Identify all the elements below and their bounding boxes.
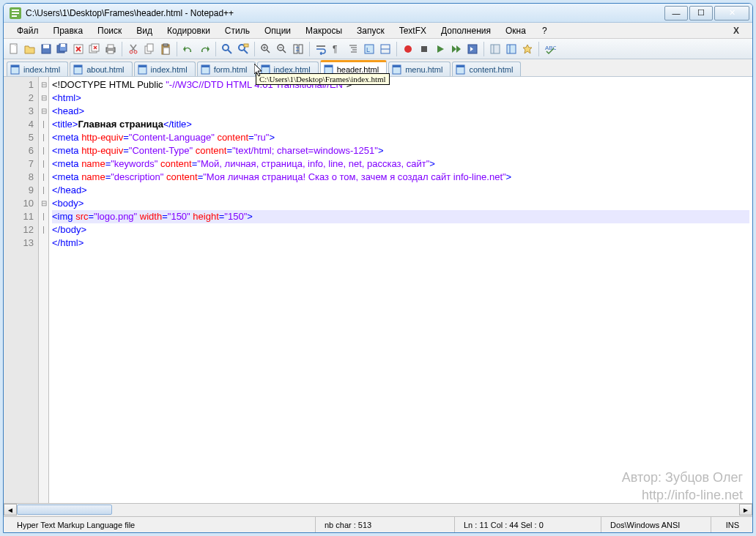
file-tab-label: form.html bbox=[214, 65, 248, 74]
code-line[interactable]: <html> bbox=[52, 92, 749, 105]
file-icon bbox=[10, 64, 21, 75]
menu-help[interactable]: ? bbox=[535, 24, 555, 37]
doc-map-button[interactable] bbox=[378, 42, 393, 56]
file-tab[interactable]: about.html bbox=[70, 62, 132, 76]
menu-options[interactable]: Опции bbox=[257, 24, 298, 37]
window-title: C:\Users\1\Desktop\Frames\header.html - … bbox=[26, 8, 663, 18]
svg-rect-72 bbox=[325, 65, 333, 67]
svg-rect-56 bbox=[491, 45, 500, 53]
minimize-button[interactable]: — bbox=[664, 6, 688, 21]
menu-style[interactable]: Стиль bbox=[218, 24, 257, 37]
code-line[interactable]: </head> bbox=[52, 184, 749, 197]
svg-rect-62 bbox=[11, 65, 19, 67]
file-tab-label: index.html bbox=[23, 65, 60, 74]
copy-button[interactable] bbox=[142, 42, 157, 56]
code-line[interactable]: <head> bbox=[52, 105, 749, 118]
svg-rect-76 bbox=[456, 65, 464, 67]
file-tab-label: index.html bbox=[274, 65, 311, 74]
file-tab[interactable]: form.html bbox=[197, 62, 256, 76]
menu-file[interactable]: Файл bbox=[10, 24, 46, 37]
fold-column[interactable]: ⊟⊟⊟||||||⊟|| bbox=[39, 77, 49, 503]
code-line[interactable]: </html> bbox=[52, 237, 749, 250]
save-button[interactable] bbox=[39, 42, 53, 56]
user-lang-button[interactable]: L bbox=[362, 42, 377, 56]
find-button[interactable] bbox=[220, 42, 234, 56]
favorites-button[interactable] bbox=[520, 42, 535, 56]
zoom-out-button[interactable] bbox=[275, 42, 289, 56]
cut-button[interactable] bbox=[126, 42, 141, 56]
undo-button[interactable] bbox=[181, 42, 196, 56]
line-number-gutter: 12345678910111213 bbox=[4, 77, 39, 503]
svg-rect-19 bbox=[108, 51, 114, 53]
svg-rect-42 bbox=[299, 45, 303, 53]
file-tab[interactable]: index.html bbox=[134, 62, 196, 76]
menu-view[interactable]: Вид bbox=[129, 24, 160, 37]
status-filetype: Hyper Text Markup Language file bbox=[8, 517, 316, 532]
play-macro-button[interactable] bbox=[433, 42, 448, 56]
sync-scroll-button[interactable] bbox=[291, 42, 305, 56]
file-tab[interactable]: menu.html bbox=[388, 62, 451, 76]
code-line[interactable]: <title>Главная страница</title> bbox=[52, 118, 749, 131]
menu-macros[interactable]: Макросы bbox=[298, 24, 349, 37]
file-tab[interactable]: content.html bbox=[452, 62, 521, 76]
file-icon bbox=[456, 64, 466, 75]
svg-rect-58 bbox=[507, 45, 516, 53]
code-line[interactable]: <body> bbox=[52, 197, 749, 210]
code-line[interactable]: </body> bbox=[52, 223, 749, 237]
close-all-button[interactable] bbox=[87, 42, 102, 56]
file-icon bbox=[73, 64, 84, 75]
save-macro-button[interactable] bbox=[465, 42, 480, 56]
menu-windows[interactable]: Окна bbox=[498, 24, 533, 37]
svg-line-32 bbox=[244, 50, 248, 53]
menu-run[interactable]: Запуск bbox=[349, 24, 392, 37]
code-line[interactable]: <meta http-equiv="Content-Type" content=… bbox=[52, 144, 749, 157]
menu-encoding[interactable]: Кодировки bbox=[160, 24, 218, 37]
scroll-thumb[interactable] bbox=[17, 505, 112, 515]
record-macro-button[interactable] bbox=[401, 42, 415, 56]
save-all-button[interactable] bbox=[55, 42, 70, 56]
code-line[interactable]: <!DOCTYPE HTML Public "-//W3C//DTD HTML … bbox=[52, 78, 749, 92]
titlebar[interactable]: C:\Users\1\Desktop\Frames\header.html - … bbox=[4, 4, 752, 23]
menubar-close-x[interactable]: X bbox=[726, 24, 746, 37]
menu-search[interactable]: Поиск bbox=[90, 24, 129, 37]
show-all-chars-button[interactable]: ¶ bbox=[330, 42, 344, 56]
horizontal-scrollbar[interactable]: ◄ ► bbox=[4, 503, 752, 516]
close-button[interactable]: ✕ bbox=[714, 6, 749, 21]
file-tab-label: header.html bbox=[337, 65, 379, 74]
code-line[interactable]: <img src="logo.png" width="150" height="… bbox=[52, 210, 749, 223]
menu-edit[interactable]: Правка bbox=[46, 24, 91, 37]
indent-guide-button[interactable] bbox=[346, 42, 360, 56]
file-tab-label: menu.html bbox=[405, 65, 442, 74]
print-button[interactable] bbox=[103, 42, 118, 56]
code-editor[interactable]: <!DOCTYPE HTML Public "-//W3C//DTD HTML … bbox=[49, 77, 752, 503]
statusbar: Hyper Text Markup Language file nb char … bbox=[4, 516, 752, 532]
scroll-right-button[interactable]: ► bbox=[739, 504, 752, 515]
menu-textfx[interactable]: TextFX bbox=[392, 24, 434, 37]
svg-rect-70 bbox=[262, 65, 270, 67]
paste-button[interactable] bbox=[158, 42, 173, 56]
spellcheck-button[interactable]: ABC bbox=[543, 42, 557, 56]
status-insert-mode: INS bbox=[711, 517, 748, 532]
explorer-button[interactable] bbox=[504, 42, 519, 56]
redo-button[interactable] bbox=[197, 42, 212, 56]
code-line[interactable]: <meta name="description" content="Моя ли… bbox=[52, 171, 749, 184]
menu-addons[interactable]: Дополнения bbox=[434, 24, 498, 37]
svg-line-30 bbox=[228, 50, 231, 53]
close-file-button[interactable] bbox=[71, 42, 86, 56]
replace-button[interactable] bbox=[236, 42, 251, 56]
svg-line-35 bbox=[267, 50, 270, 53]
maximize-button[interactable]: ☐ bbox=[689, 6, 713, 21]
wordwrap-button[interactable] bbox=[314, 42, 328, 56]
play-multi-button[interactable] bbox=[449, 42, 464, 56]
zoom-in-button[interactable] bbox=[259, 42, 273, 56]
file-tab-label: index.html bbox=[151, 65, 188, 74]
open-file-button[interactable] bbox=[23, 42, 37, 56]
code-line[interactable]: <meta http-equiv="Content-Language" cont… bbox=[52, 131, 749, 144]
file-tab[interactable]: index.html bbox=[7, 62, 68, 76]
light-explorer-button[interactable] bbox=[488, 42, 503, 56]
code-line[interactable]: <meta name="keywords" content="Мой, личн… bbox=[52, 157, 749, 171]
stop-macro-button[interactable] bbox=[417, 42, 431, 56]
new-file-button[interactable] bbox=[7, 42, 21, 56]
scroll-track[interactable] bbox=[17, 504, 739, 516]
scroll-left-button[interactable]: ◄ bbox=[4, 504, 17, 515]
